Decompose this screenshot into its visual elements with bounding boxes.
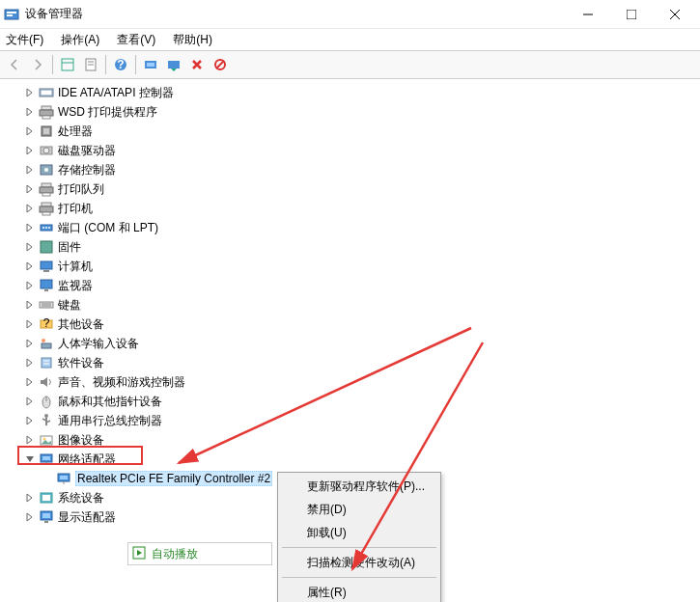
expand-icon[interactable] — [23, 144, 37, 157]
tree-node[interactable]: 图像设备 — [2, 430, 698, 450]
expand-icon[interactable] — [23, 86, 37, 99]
tree-node[interactable]: IDE ATA/ATAPI 控制器 — [2, 83, 698, 102]
expand-icon[interactable] — [23, 260, 37, 273]
svg-rect-24 — [40, 110, 53, 116]
printer-icon — [39, 104, 54, 120]
context-uninstall[interactable]: 卸载(U) — [280, 521, 438, 544]
help-button[interactable]: ? — [110, 54, 131, 75]
tree-node-label: 软件设备 — [58, 355, 104, 371]
keyboard-icon — [39, 297, 54, 313]
tree-node-label: 通用串行总线控制器 — [58, 413, 162, 429]
tree-node-label: 键盘 — [58, 297, 81, 314]
tree-node[interactable]: 端口 (COM 和 LPT) — [2, 218, 698, 237]
disk-icon — [39, 143, 54, 158]
tree-node-label: 人体学输入设备 — [58, 336, 139, 352]
tree-node[interactable]: 存储控制器 — [2, 160, 698, 179]
tree-node-label: 磁盘驱动器 — [58, 143, 116, 159]
expand-icon[interactable] — [23, 298, 37, 312]
tree-node[interactable]: 声音、视频和游戏控制器 — [2, 372, 698, 392]
tree-node[interactable]: 监视器 — [2, 276, 698, 295]
expand-icon[interactable] — [23, 182, 37, 196]
update-button[interactable] — [163, 54, 184, 75]
menu-view[interactable]: 查看(V) — [115, 32, 157, 48]
expand-icon[interactable] — [23, 337, 37, 350]
tree-node-label: 处理器 — [58, 123, 93, 140]
tree-node[interactable]: 软件设备 — [2, 353, 698, 372]
expand-icon[interactable] — [23, 510, 37, 524]
tree-node[interactable]: 通用串行总线控制器 — [2, 411, 698, 430]
expand-icon[interactable] — [23, 221, 37, 234]
forward-button[interactable] — [27, 54, 48, 75]
collapse-icon[interactable] — [23, 452, 37, 466]
menubar: 文件(F) 操作(A) 查看(V) 帮助(H) — [0, 29, 700, 50]
expand-icon[interactable] — [23, 240, 37, 254]
tree-node[interactable]: ?其他设备 — [2, 315, 698, 334]
expand-icon[interactable] — [23, 202, 37, 215]
printer-icon — [39, 201, 54, 216]
menu-help[interactable]: 帮助(H) — [171, 32, 214, 48]
tree-node-label: 计算机 — [58, 259, 93, 275]
expand-icon[interactable] — [23, 279, 37, 292]
software-icon — [39, 355, 54, 370]
tree-node[interactable]: 打印机 — [2, 199, 698, 218]
tree-node[interactable]: 人体学输入设备 — [2, 334, 698, 353]
toolbar-separator — [52, 55, 53, 74]
svg-rect-44 — [43, 270, 49, 272]
tree-node-label: WSD 打印提供程序 — [58, 104, 157, 121]
svg-rect-43 — [41, 261, 52, 269]
autoplay-widget: 自动播放 — [127, 542, 272, 565]
svg-point-59 — [44, 414, 48, 418]
tree-node-network-adapters[interactable]: 网络适配器 — [2, 450, 698, 469]
menu-file[interactable]: 文件(F) — [4, 32, 45, 48]
scan-button[interactable] — [140, 54, 161, 75]
menu-action[interactable]: 操作(A) — [59, 32, 101, 48]
port-icon — [39, 220, 54, 235]
tree-node-label: 打印队列 — [58, 181, 104, 198]
other-icon: ? — [39, 316, 54, 332]
svg-rect-33 — [40, 187, 53, 193]
expand-icon[interactable] — [23, 317, 37, 331]
svg-point-39 — [42, 227, 44, 229]
tree-node-label: 打印机 — [58, 201, 93, 217]
expand-icon[interactable] — [23, 395, 37, 408]
expand-icon[interactable] — [23, 375, 37, 389]
firmware-icon — [39, 239, 54, 255]
expand-icon[interactable] — [23, 491, 37, 505]
context-scan[interactable]: 扫描检测硬件改动(A) — [280, 551, 438, 574]
disable-button[interactable] — [210, 54, 231, 75]
expand-icon[interactable] — [23, 414, 37, 427]
context-properties[interactable]: 属性(R) — [280, 581, 438, 602]
app-icon — [4, 7, 19, 22]
minimize-button[interactable] — [566, 1, 609, 28]
expand-icon[interactable] — [23, 163, 37, 177]
show-hide-button[interactable] — [57, 54, 78, 75]
tree-node[interactable]: WSD 打印提供程序 — [2, 102, 698, 122]
expand-icon[interactable] — [23, 356, 37, 369]
context-update-driver[interactable]: 更新驱动程序软件(P)... — [280, 475, 438, 498]
uninstall-button[interactable] — [186, 54, 208, 75]
tree-node-label: 系统设备 — [58, 490, 104, 506]
tree-node[interactable]: 打印队列 — [2, 179, 698, 199]
tree-node[interactable]: 磁盘驱动器 — [2, 141, 698, 160]
tree-node-label: 显示适配器 — [58, 509, 116, 526]
tree-node-label: 存储控制器 — [58, 162, 116, 178]
tree-node[interactable]: 鼠标和其他指针设备 — [2, 392, 698, 411]
tree-node[interactable]: 处理器 — [2, 122, 698, 141]
expand-icon[interactable] — [23, 105, 37, 119]
svg-rect-36 — [40, 206, 53, 212]
maximize-button[interactable] — [609, 1, 653, 28]
tree-node[interactable]: 计算机 — [2, 257, 698, 276]
svg-rect-22 — [42, 91, 51, 95]
expand-icon[interactable] — [23, 433, 37, 447]
tree-node[interactable]: 固件 — [2, 237, 698, 257]
back-button[interactable] — [4, 54, 25, 75]
tree-node[interactable]: 键盘 — [2, 295, 698, 315]
svg-text:?: ? — [117, 58, 124, 71]
svg-rect-72 — [42, 513, 50, 518]
toolbar: ? — [0, 50, 700, 79]
svg-rect-42 — [41, 241, 52, 253]
properties-button[interactable] — [80, 54, 101, 75]
context-disable[interactable]: 禁用(D) — [280, 498, 438, 521]
expand-icon[interactable] — [23, 124, 37, 138]
close-button[interactable] — [653, 1, 696, 28]
